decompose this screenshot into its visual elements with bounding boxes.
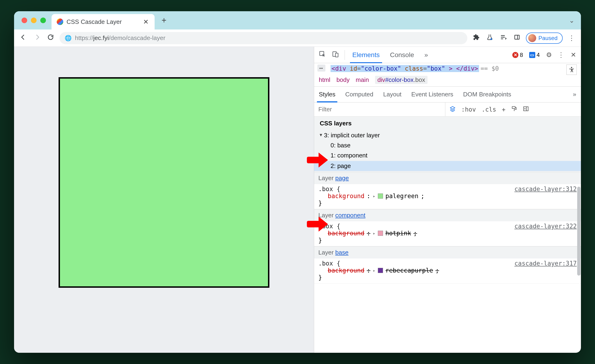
side-panel-icon[interactable] (512, 34, 522, 42)
rule-source[interactable]: cascade-layer:312 (514, 185, 577, 192)
dom-tree[interactable]: ⋯ <div id="color-box" class="box" > </di… (314, 63, 581, 87)
dom-tag: <div (332, 65, 350, 72)
url-text: https://jec.fyi/demo/cascade-layer (75, 34, 165, 42)
layer-root[interactable]: 3: implicit outer layer (318, 130, 577, 140)
rule-close: } (318, 274, 577, 281)
tabs-more-icon[interactable]: » (424, 47, 428, 63)
rule-selector[interactable]: .box { (318, 223, 340, 230)
styles-filter-bar: :hov .cls + (314, 103, 581, 117)
svg-rect-4 (335, 53, 338, 57)
settings-icon[interactable]: ⚙ (544, 51, 554, 59)
minimize-window-icon[interactable] (31, 18, 36, 23)
fullscreen-window-icon[interactable] (40, 18, 46, 23)
color-swatch-icon[interactable] (378, 268, 383, 273)
svg-point-0 (490, 38, 492, 40)
rule-selector[interactable]: .box { (318, 185, 340, 192)
expand-shorthand-icon[interactable]: ▸ (373, 230, 375, 236)
paint-icon[interactable] (511, 106, 517, 113)
rule-selector[interactable]: .box { (318, 260, 340, 267)
inspect-icon[interactable] (317, 50, 328, 59)
svg-point-5 (571, 67, 572, 68)
close-devtools-icon[interactable]: ✕ (568, 51, 578, 59)
layer-link-page[interactable]: page (335, 174, 349, 182)
rule-source[interactable]: cascade-layer:317 (514, 260, 577, 267)
layer-base[interactable]: 0: base (318, 140, 577, 151)
window-controls[interactable] (21, 18, 46, 23)
hov-toggle[interactable]: :hov (461, 106, 476, 113)
svg-rect-1 (515, 35, 519, 39)
close-tab-icon[interactable]: ✕ (141, 17, 150, 27)
rule-prop[interactable]: background (328, 230, 364, 237)
css-layers-heading: CSS layers (320, 120, 577, 127)
layer-component[interactable]: 1: component (318, 151, 577, 160)
cls-toggle[interactable]: .cls (482, 106, 496, 113)
rule-group-component: Layer component .box { cascade-layer:322… (314, 209, 581, 246)
layer-page[interactable]: 2: page (314, 161, 581, 171)
tab-console[interactable]: Console (390, 47, 415, 63)
devtools-menu-icon[interactable]: ⋮ (556, 51, 566, 59)
crumb-main[interactable]: main (356, 76, 369, 83)
device-toggle-icon[interactable] (330, 50, 341, 59)
toolbar: 🌐 https://jec.fyi/demo/cascade-layer Pau… (14, 29, 581, 47)
toggle-layers-icon[interactable] (450, 106, 456, 113)
rule-close: } (318, 199, 577, 206)
layer-head-base: Layer base (314, 247, 581, 259)
rule-value[interactable]: hotpink (385, 230, 411, 237)
styles-subtabs: Styles Computed Layout Event Listeners D… (314, 87, 581, 103)
chrome-menu-icon[interactable]: ⋮ (567, 34, 576, 42)
paused-label: Paused (538, 35, 558, 41)
css-layers-section: CSS layers 3: implicit outer layer 0: ba… (314, 117, 581, 172)
rule-close: } (318, 237, 577, 244)
profile-paused-pill[interactable]: Paused (526, 33, 563, 44)
color-swatch-icon[interactable] (378, 193, 383, 199)
crumb-body[interactable]: body (336, 76, 349, 83)
subtab-styles[interactable]: Styles (318, 87, 336, 102)
expand-shorthand-icon[interactable]: ▸ (373, 268, 375, 273)
rule-value[interactable]: rebeccapurple (385, 267, 433, 274)
reload-button[interactable] (46, 34, 55, 42)
subtab-event-listeners[interactable]: Event Listeners (411, 87, 454, 102)
rule-group-page: Layer page .box { cascade-layer:312 back… (314, 172, 581, 209)
labs-icon[interactable] (485, 34, 495, 42)
layer-link-base[interactable]: base (335, 249, 348, 256)
address-bar[interactable]: 🌐 https://jec.fyi/demo/cascade-layer (59, 32, 467, 44)
tab-title: CSS Cascade Layer (67, 18, 138, 26)
back-button[interactable] (19, 34, 28, 42)
accessibility-icon[interactable] (567, 65, 577, 75)
forward-button[interactable] (32, 34, 42, 42)
crumb-html[interactable]: html (319, 76, 330, 83)
new-tab-button[interactable]: + (158, 14, 170, 27)
rule-prop[interactable]: background (328, 267, 364, 274)
browser-window: CSS Cascade Layer ✕ + ⌄ 🌐 https://jec.fy… (14, 11, 581, 353)
reading-list-icon[interactable] (499, 34, 508, 42)
subtabs-more-icon[interactable]: » (573, 87, 577, 102)
close-window-icon[interactable] (21, 18, 27, 23)
errors-badge[interactable]: ✕8 (510, 51, 525, 59)
extensions-icon[interactable] (472, 34, 481, 42)
new-rule-button[interactable]: + (502, 106, 505, 113)
issues-badge[interactable]: ▭4 (527, 51, 542, 59)
tab-elements[interactable]: Elements (352, 47, 380, 63)
rule-prop[interactable]: background (328, 192, 364, 199)
avatar (528, 34, 536, 42)
collapsed-ancestor-icon[interactable]: ⋯ (317, 65, 325, 72)
breadcrumb[interactable]: html body main div#color-box.box (314, 74, 581, 86)
devtools-toolbar: Elements Console » ✕8 ▭4 ⚙ ⋮ ✕ (314, 47, 581, 63)
computed-sidebar-icon[interactable] (523, 106, 529, 113)
browser-tab[interactable]: CSS Cascade Layer ✕ (51, 14, 155, 29)
crumb-selected[interactable]: div#color-box.box (375, 76, 427, 84)
tabs-overflow-icon[interactable]: ⌄ (569, 11, 574, 29)
styles-filter-input[interactable] (314, 103, 445, 116)
scrollbar[interactable] (577, 187, 581, 275)
subtab-computed[interactable]: Computed (345, 87, 374, 102)
rule-source[interactable]: cascade-layer:322 (514, 223, 577, 230)
site-info-icon[interactable]: 🌐 (65, 35, 72, 41)
favicon-icon (57, 19, 63, 25)
tab-strip: CSS Cascade Layer ✕ + ⌄ (14, 11, 581, 29)
subtab-layout[interactable]: Layout (383, 87, 402, 102)
rule-value[interactable]: palegreen (385, 192, 418, 199)
subtab-dom-breakpoints[interactable]: DOM Breakpoints (463, 87, 512, 102)
color-swatch-icon[interactable] (378, 231, 383, 236)
layer-link-component[interactable]: component (335, 212, 365, 219)
expand-shorthand-icon[interactable]: ▸ (373, 193, 375, 199)
